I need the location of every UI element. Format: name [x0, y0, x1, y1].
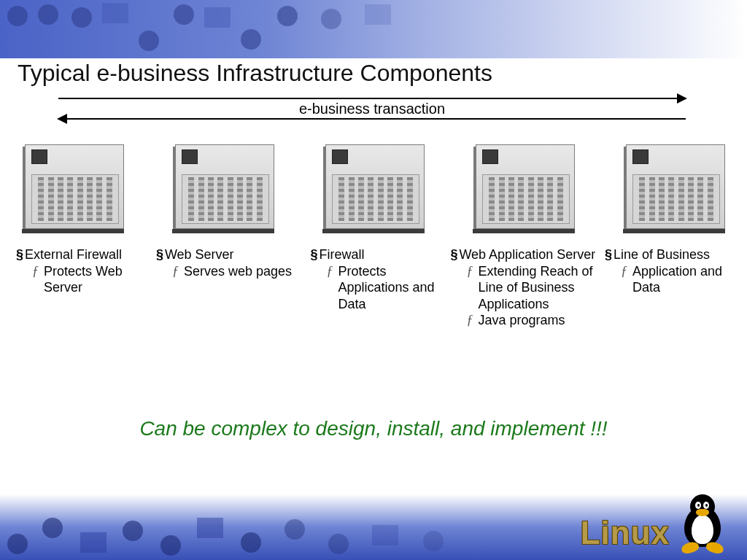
bullet-icon: § — [450, 246, 459, 263]
sub-bullet-icon: ƒ — [327, 263, 338, 313]
server-icon — [473, 144, 575, 233]
col-line-of-business: § Line of Business ƒ Application and Dat… — [605, 246, 741, 329]
linux-brand: Linux — [581, 494, 727, 551]
sub-bullet-icon: ƒ — [32, 263, 44, 296]
col-web-server: § Web Server ƒ Serves web pages — [156, 246, 311, 329]
col-title: Web Server — [165, 246, 234, 263]
sub-bullet-icon: ƒ — [621, 263, 632, 296]
col-firewall: § Firewall ƒ Protects Applications and D… — [311, 246, 451, 329]
top-decor-band — [0, 0, 747, 58]
tux-penguin-icon — [678, 494, 727, 551]
linux-logo-text: Linux — [581, 515, 670, 551]
server-icon — [22, 144, 124, 233]
col-sub: Extending Reach of Line of Business Appl… — [478, 263, 605, 313]
transaction-arrow: e-business transaction — [58, 95, 686, 124]
server-icon — [623, 144, 725, 233]
col-title: Line of Business — [614, 246, 710, 263]
sub-bullet-icon: ƒ — [466, 312, 478, 329]
bullet-icon: § — [16, 246, 25, 263]
col-sub: Protects Web Server — [44, 263, 156, 296]
server-row — [22, 144, 725, 233]
sub-bullet-icon: ƒ — [172, 263, 184, 280]
sub-bullet-icon: ƒ — [466, 263, 478, 313]
server-icon — [172, 144, 274, 233]
arrow-label: e-business transaction — [58, 101, 686, 117]
col-sub: Protects Applications and Data — [338, 263, 451, 313]
col-external-firewall: § External Firewall ƒ Protects Web Serve… — [16, 246, 156, 329]
col-title: Firewall — [320, 246, 365, 263]
server-icon — [322, 144, 425, 233]
bullet-icon: § — [311, 246, 320, 263]
bullet-icon: § — [156, 246, 165, 263]
slide-title: Typical e-business Infrastructure Compon… — [18, 60, 492, 87]
col-sub: Java programs — [478, 312, 565, 329]
columns-row: § External Firewall ƒ Protects Web Serve… — [16, 246, 741, 329]
col-title: Web Application Server — [459, 246, 595, 263]
col-title: External Firewall — [25, 246, 122, 263]
col-web-app-server: § Web Application Server ƒ Extending Rea… — [450, 246, 605, 329]
col-sub: Serves web pages — [184, 263, 292, 280]
conclusion-text: Can be complex to design, install, and i… — [0, 417, 747, 440]
col-sub: Application and Data — [632, 263, 741, 296]
bullet-icon: § — [605, 246, 614, 263]
